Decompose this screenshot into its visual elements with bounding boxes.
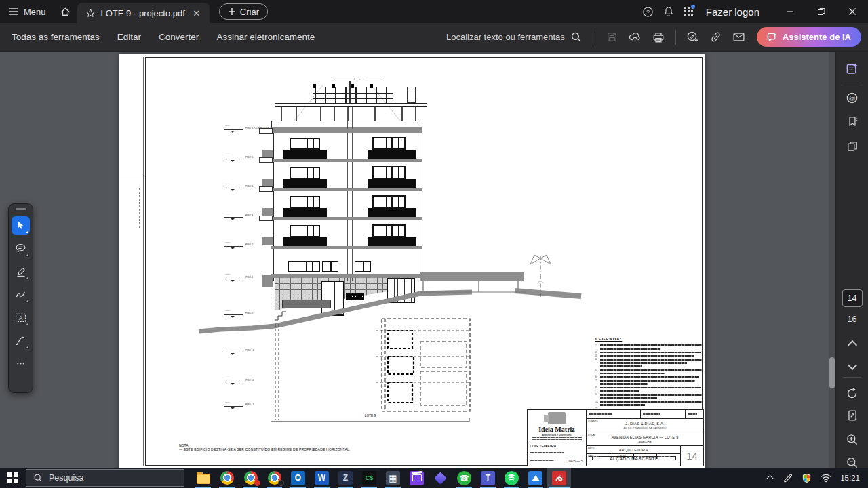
print-button[interactable] [648, 27, 669, 47]
taskbar-clock[interactable]: 15:21 [840, 474, 860, 482]
select-tool[interactable] [12, 216, 30, 235]
taskbar-chrome-2[interactable] [239, 468, 262, 488]
taskbar-whatsapp[interactable]: ☎ [452, 468, 476, 488]
help-button[interactable]: ? [638, 0, 658, 23]
level-elevation: ––.–– [225, 273, 230, 275]
highlight-tool[interactable] [12, 262, 30, 281]
tools-nav-item[interactable]: Converter [151, 28, 206, 46]
taskbar-chrome-3[interactable] [262, 468, 286, 488]
titleblock-row-meta [587, 410, 703, 419]
pen-device-icon[interactable] [783, 473, 793, 483]
level-label: PISO -1 [245, 349, 254, 351]
page-thumbnails-button[interactable] [842, 136, 863, 157]
start-button[interactable] [0, 468, 26, 488]
site-address: AVENIDA ELIAS GARCIA — LOTE 9 [587, 435, 703, 439]
roof-box [407, 87, 416, 103]
restore-button[interactable] [806, 0, 837, 23]
zoom-in-button[interactable] [842, 429, 863, 449]
close-button[interactable] [837, 0, 868, 23]
home-button[interactable] [54, 0, 77, 23]
next-page-button[interactable] [847, 361, 856, 370]
tools-nav-item[interactable]: Editar [110, 28, 149, 46]
zoom-out-button[interactable] [842, 452, 863, 468]
link-button[interactable] [705, 27, 727, 47]
text-box-icon: A [15, 312, 26, 323]
add-comment-tool[interactable] [12, 239, 30, 258]
taskbar-teams[interactable]: T [476, 468, 500, 488]
drawing-sheet: +––.–– [119, 54, 705, 468]
tools-nav-item[interactable]: Todas as ferramentas [4, 28, 107, 46]
ai-assistant-button[interactable]: Assistente de IA [757, 27, 861, 47]
zoom-out-icon [846, 456, 859, 468]
level-symbol [231, 280, 235, 282]
rotate-page-button[interactable] [842, 383, 863, 403]
save-icon [606, 31, 618, 43]
previous-page-button[interactable] [847, 340, 856, 350]
security-shield-icon[interactable] [802, 473, 812, 483]
taskbar-explorer[interactable] [191, 468, 215, 488]
taskbar-loop[interactable] [429, 468, 452, 488]
ground-window [288, 261, 320, 272]
taskbar-cs-app[interactable]: C$ [357, 468, 381, 488]
tray-expand-icon[interactable] [766, 475, 774, 483]
menu-button[interactable]: Menu [0, 0, 54, 23]
scrollb​ar-thumb[interactable] [829, 357, 835, 388]
minimize-button[interactable] [774, 0, 806, 23]
notifications-button[interactable] [658, 0, 679, 23]
bell-icon [663, 6, 674, 17]
acrobat-window: Menu LOTE 9 - projecto.pdf ✕ Criar ? [0, 0, 868, 488]
svg-text:?: ? [646, 8, 650, 15]
taskbar-outlook[interactable]: O [286, 468, 310, 488]
document-canvas[interactable]: +––.–– [0, 52, 835, 468]
taskbar-photos[interactable] [524, 468, 547, 488]
email-button[interactable] [728, 27, 750, 47]
taskbar-calculator[interactable]: ▦ [381, 468, 405, 488]
find-text-button[interactable]: Localizar texto ou ferramentas [446, 31, 582, 43]
sign-tool[interactable] [12, 331, 30, 350]
fit-page-icon [846, 409, 859, 422]
bookmark-icon [846, 115, 859, 127]
rail-divider [843, 83, 861, 83]
star-icon[interactable] [85, 8, 96, 18]
pdf-page[interactable]: +––.–– [119, 54, 705, 468]
share-upload-button[interactable] [625, 27, 646, 47]
more-tools[interactable] [12, 354, 30, 373]
add-text-tool[interactable]: A [12, 308, 30, 327]
ai-assistant-panel-button[interactable] [842, 58, 863, 79]
bookmarks-panel-button[interactable] [842, 111, 863, 131]
taskbar-word[interactable]: W [310, 468, 334, 488]
taskbar-search[interactable]: Pesquisa [26, 469, 184, 487]
windows-taskbar: Pesquisa O W Z C$ ▦ ☎ T [0, 468, 868, 488]
taskbar-acrobat[interactable] [547, 468, 571, 488]
taskbar-spotify[interactable] [500, 468, 524, 488]
firm-subtitle: Arquitectura e Urbanismo [536, 434, 577, 436]
roof-structure [313, 84, 393, 103]
level-elevation: ––.–– [225, 153, 230, 155]
apps-grid-button[interactable] [679, 0, 699, 23]
level-label: PISO 0 [245, 312, 253, 314]
discipline: ARQUITETURA [587, 448, 680, 452]
palette-drag-handle[interactable] [16, 208, 26, 210]
level-elevation: ––.–– [225, 309, 230, 311]
sign-in-label[interactable]: Fazer logon [706, 6, 760, 18]
fit-page-button[interactable] [842, 405, 863, 426]
title-bar: Menu LOTE 9 - projecto.pdf ✕ Criar ? [0, 0, 868, 23]
request-signature-button[interactable] [682, 27, 704, 47]
wifi-icon[interactable] [821, 472, 831, 483]
document-tab[interactable]: LOTE 9 - projecto.pdf ✕ [77, 3, 210, 23]
vertical-scrollbar[interactable] [829, 52, 835, 468]
right-window [372, 224, 406, 237]
note-text: — ESTE EDIFÍCIO DESTINA-SE A SER CONSTIT… [179, 447, 351, 451]
taskbar-z-app[interactable]: Z [334, 468, 357, 488]
comments-panel-button[interactable]: @ [842, 87, 863, 108]
page-number-input[interactable]: 14 [842, 289, 863, 307]
tab-close-icon[interactable]: ✕ [191, 7, 203, 19]
create-tab-button[interactable]: Criar [219, 3, 268, 20]
draw-tool[interactable] [12, 285, 30, 304]
taskbar-movies[interactable] [405, 468, 429, 488]
taskbar-chrome-1[interactable] [215, 468, 239, 488]
legend-title: LEGENDA: [595, 337, 703, 341]
quick-tools-palette: A [8, 203, 33, 393]
movies-icon [410, 471, 424, 485]
tools-nav-item[interactable]: Assinar eletronicamente [209, 28, 322, 46]
